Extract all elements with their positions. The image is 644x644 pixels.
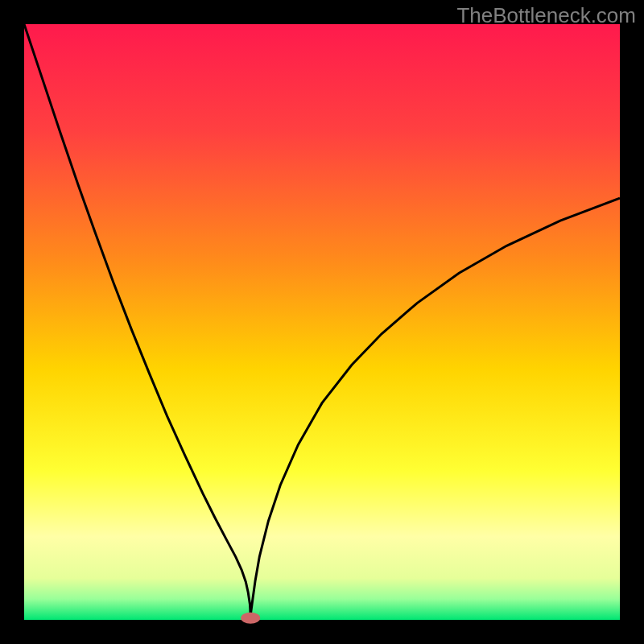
- bottleneck-chart: [0, 0, 644, 644]
- optimal-point-marker: [241, 613, 260, 624]
- chart-frame: TheBottleneck.com: [0, 0, 644, 644]
- gradient-background: [24, 24, 620, 620]
